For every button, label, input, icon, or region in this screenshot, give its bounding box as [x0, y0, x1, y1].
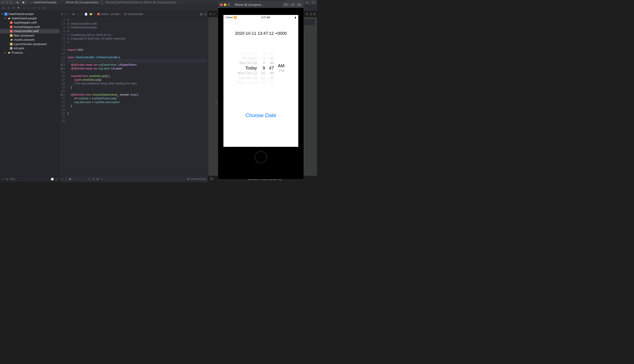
- step-over-icon[interactable]: ⤵: [74, 178, 75, 180]
- sim-carrier: Carrier: [226, 16, 233, 19]
- add-editor-icon[interactable]: ⊕: [313, 12, 315, 16]
- tree-file[interactable]: ◫LaunchScreen.storyboard: [0, 42, 59, 46]
- sim-date-picker[interactable]: Thu Oct 8Fri Oct 9Sat Oct 10TodayMon Oct…: [224, 51, 298, 85]
- home-button-icon[interactable]: [255, 151, 267, 163]
- run-button[interactable]: [16, 1, 20, 4]
- tree-file-selected[interactable]: sViewController.swift: [0, 29, 59, 34]
- wifi-icon: 📶: [234, 16, 237, 19]
- close-tab-icon[interactable]: ✕: [210, 12, 212, 16]
- scm-filter-icon[interactable]: ☐: [56, 178, 58, 180]
- env-icon[interactable]: ▦: [97, 178, 98, 180]
- target-icon: ▦: [187, 178, 189, 180]
- simulator-title: iPhone SE (2nd gener…: [235, 3, 282, 6]
- code-editor[interactable]: 1234567891011121314151617181920212223242…: [59, 17, 208, 176]
- location-icon[interactable]: ➤: [101, 178, 102, 180]
- grid-icon[interactable]: ⊞: [72, 12, 74, 16]
- minimize-icon[interactable]: [224, 3, 227, 6]
- debug-view-icon[interactable]: ◫: [89, 178, 90, 180]
- folder-icon: 📁: [89, 12, 92, 16]
- related-items-icon[interactable]: ⤢: [65, 12, 67, 16]
- zoom-icon[interactable]: [10, 1, 13, 4]
- tree-file[interactable]: 📁Assets.xcassets: [0, 38, 59, 42]
- zoom-icon[interactable]: [228, 3, 230, 6]
- report-navigator-icon[interactable]: ☰: [43, 6, 46, 10]
- breakpoints-icon[interactable]: ◂: [65, 178, 66, 180]
- recent-filter-icon[interactable]: 🕘: [51, 178, 54, 180]
- project-navigator-icon[interactable]: ▤: [2, 6, 5, 10]
- debug-target-label: DatePickerExample: [191, 178, 206, 180]
- forward-icon[interactable]: 〉: [80, 12, 83, 16]
- editor-area: ✕ ⤢ ⊞ 〈 〉 📄 📁〉 sViewCo…ler.swift〉 Ⓒ View…: [59, 11, 208, 182]
- screenshot-button[interactable]: 📷: [283, 3, 289, 6]
- simulator-titlebar: 📱 iPhone SE (2nd gener… 📷 ⌂ ⎘: [218, 1, 304, 8]
- add-button[interactable]: ＋: [2, 177, 4, 181]
- debug-bar: ▭ ◂ ❚❚ ⤵ ↓ ↑ ◫ ⌘ ▦ ➤ ▦ DatePickerExample: [59, 176, 208, 182]
- sim-time: 5:47 AM: [261, 16, 270, 19]
- step-out-icon[interactable]: ↑: [81, 178, 81, 180]
- outline-icon[interactable]: ☐: [210, 178, 213, 181]
- simulator-screen[interactable]: Carrier 📶 5:47 AM ▮ 2020-10-11 13:47:12 …: [224, 15, 298, 147]
- source-control-icon[interactable]: ◳: [7, 6, 10, 10]
- filter-input[interactable]: [10, 178, 49, 180]
- close-icon[interactable]: [2, 1, 4, 4]
- find-navigator-icon[interactable]: 🔍: [17, 6, 20, 10]
- rotate-button[interactable]: ⎘: [297, 3, 302, 6]
- scheme-selector[interactable]: ⬭ DatePickerExample 〉 📱 iPhone SE (2nd g…: [28, 0, 100, 4]
- navigator-filter-bar: ＋ ⊜ 🕘 ☐: [0, 176, 59, 182]
- editor-jumpbar[interactable]: ✕ ⤢ ⊞ 〈 〉 📄 📁〉 sViewCo…ler.swift〉 Ⓒ View…: [59, 11, 208, 17]
- simulator-body: Carrier 📶 5:47 AM ▮ 2020-10-11 13:47:12 …: [218, 8, 304, 179]
- project-navigator: ▾A DatePickerExample ▾📁 DatePickerExampl…: [0, 11, 59, 182]
- panel-bottom-icon[interactable]: ⬓: [305, 1, 309, 4]
- minimap-icon[interactable]: ▤: [200, 12, 202, 16]
- back-icon[interactable]: 〈: [76, 12, 79, 16]
- symbol-navigator-icon[interactable]: ☰: [12, 6, 15, 10]
- tree-root[interactable]: ▾A DatePickerExample: [0, 12, 59, 16]
- related-items-icon[interactable]: ⤢: [213, 12, 215, 16]
- stop-button[interactable]: [21, 1, 26, 4]
- window-traffic-lights: [2, 1, 13, 4]
- choose-date-button[interactable]: Choose Date: [224, 112, 298, 118]
- tree-file[interactable]: ≣Info.plist: [0, 46, 59, 50]
- debug-navigator-icon[interactable]: ⎋: [32, 6, 36, 10]
- adjust-editor-icon[interactable]: ☰: [306, 12, 308, 16]
- test-navigator-icon[interactable]: ◇: [27, 6, 30, 10]
- issue-navigator-icon[interactable]: ⚠: [22, 6, 25, 10]
- minimize-icon[interactable]: [6, 1, 8, 4]
- toggle-debug-icon[interactable]: ▭: [61, 178, 63, 180]
- close-icon[interactable]: [220, 3, 223, 6]
- adjust-editor-icon[interactable]: ◫: [204, 12, 207, 16]
- tree-group[interactable]: ▾📁 DatePickerExample: [0, 16, 59, 21]
- memory-icon[interactable]: ⌘: [92, 178, 94, 180]
- battery-icon: ▮: [295, 16, 296, 19]
- file-icon: 📄: [85, 12, 88, 16]
- panel-right-icon[interactable]: ◨: [311, 1, 315, 4]
- adjust-editor-icon[interactable]: ◫: [310, 12, 312, 16]
- breakpoint-navigator-icon[interactable]: ◁: [38, 6, 41, 10]
- scheme-app: DatePickerExample: [34, 1, 57, 4]
- pause-icon[interactable]: ❚❚: [69, 178, 72, 180]
- tree-products[interactable]: ▸📁 Products: [0, 50, 59, 55]
- svg-rect-0: [23, 2, 24, 3]
- tree-file[interactable]: sSceneDelegate.swift: [0, 25, 59, 29]
- tree-file[interactable]: sAppDelegate.swift: [0, 20, 59, 25]
- scheme-device: iPhone SE (2nd generation): [66, 1, 98, 4]
- result-label: 2020-10-11 13:47:12 +0000: [224, 31, 298, 36]
- step-into-icon[interactable]: ↓: [77, 178, 78, 180]
- close-tab-icon[interactable]: ✕: [61, 12, 63, 16]
- filter-icon: ⊜: [6, 178, 8, 180]
- tree-file[interactable]: ◫Main.storyboard: [0, 34, 59, 38]
- home-button[interactable]: ⌂: [290, 3, 295, 6]
